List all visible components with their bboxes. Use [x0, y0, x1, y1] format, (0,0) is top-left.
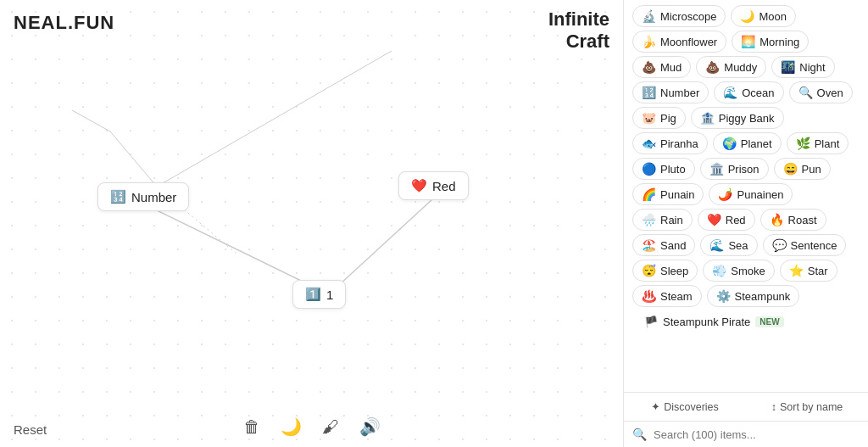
item-sea[interactable]: 🌊 Sea	[700, 234, 757, 256]
svg-line-2	[157, 51, 392, 187]
oven-emoji: 🔍	[798, 86, 813, 99]
item-sand[interactable]: 🏖️ Sand	[632, 234, 695, 256]
item-pig[interactable]: 🐷 Pig	[632, 107, 686, 129]
item-piranha[interactable]: 🐟 Piranha	[632, 132, 708, 154]
item-smoke[interactable]: 💨 Smoke	[703, 260, 774, 282]
item-steam[interactable]: ♨️ Steam	[632, 285, 702, 307]
sand-emoji: 🏖️	[642, 238, 656, 252]
items-list: 🔬 Microscope 🌙 Moon 🍌 Moonflower 🌅 Morni…	[624, 0, 868, 392]
item-ocean[interactable]: 🌊 Ocean	[714, 81, 783, 103]
reset-button[interactable]: Reset	[14, 422, 47, 437]
search-bar: 🔍	[624, 422, 868, 447]
prison-emoji: 🏛️	[709, 162, 724, 176]
new-badge: NEW	[755, 316, 783, 327]
pig-emoji: 🐷	[642, 111, 656, 125]
canvas-item-one[interactable]: 1️⃣ 1	[292, 280, 346, 309]
items-row: ♨️ Steam ⚙️ Steampunk	[632, 285, 860, 307]
items-row: 😴 Sleep 💨 Smoke ⭐ Star	[632, 260, 860, 282]
ocean-emoji: 🌊	[723, 86, 737, 99]
brush-button[interactable]: 🖌	[319, 414, 342, 440]
discoveries-tab[interactable]: ✦ Discoveries	[624, 393, 746, 421]
items-row: 🐷 Pig 🏦 Piggy Bank	[632, 107, 860, 129]
item-planet[interactable]: 🌍 Planet	[713, 132, 782, 154]
svg-line-4	[72, 110, 110, 131]
canvas-item-red[interactable]: ❤️ Red	[398, 171, 469, 200]
number-emoji: 🔢	[110, 189, 126, 204]
search-icon: 🔍	[632, 427, 647, 441]
morning-emoji: 🌅	[741, 35, 755, 48]
sound-button[interactable]: 🔊	[356, 413, 384, 440]
trash-button[interactable]: 🗑	[240, 414, 264, 440]
item-roast[interactable]: 🔥 Roast	[760, 209, 826, 231]
mud-emoji: 💩	[642, 60, 656, 74]
sort-icon: ↕	[771, 401, 776, 413]
item-number[interactable]: 🔢 Number	[632, 81, 709, 103]
item-moon[interactable]: 🌙 Moon	[731, 5, 796, 27]
items-row: 🌧️ Rain ❤️ Red 🔥 Roast	[632, 209, 860, 231]
items-row: 🐟 Piranha 🌍 Planet 🌿 Plant	[632, 132, 860, 154]
star-emoji: ⭐	[789, 264, 804, 277]
planet-emoji: 🌍	[722, 137, 737, 150]
item-steampunk[interactable]: ⚙️ Steampunk	[707, 285, 800, 307]
connection-lines	[0, 0, 623, 447]
sea-emoji: 🌊	[709, 238, 724, 252]
night-emoji: 🌃	[781, 60, 795, 74]
items-row: 🍌 Moonflower 🌅 Morning	[632, 31, 860, 53]
panel-bottom: ✦ Discoveries ↕ Sort by name 🔍	[624, 392, 868, 447]
item-star[interactable]: ⭐ Star	[780, 260, 837, 282]
sleep-emoji: 😴	[642, 264, 656, 277]
red-panel-emoji: ❤️	[707, 213, 721, 226]
item-moonflower[interactable]: 🍌 Moonflower	[632, 31, 726, 53]
pun-emoji: 😄	[783, 162, 798, 176]
item-sleep[interactable]: 😴 Sleep	[632, 260, 698, 282]
infinite-craft-title: Infinite Craft	[548, 8, 609, 53]
search-input[interactable]	[654, 428, 860, 441]
items-row: 💩 Mud 💩 Muddy 🌃 Night	[632, 56, 860, 78]
bottom-toolbar: 🗑 🌙 🖌 🔊	[240, 413, 384, 440]
items-row: 🌈 Punain 🌶️ Punainen	[632, 183, 860, 205]
one-emoji: 1️⃣	[305, 287, 321, 302]
item-punain[interactable]: 🌈 Punain	[632, 183, 704, 205]
steam-emoji: ♨️	[642, 289, 656, 303]
item-mud[interactable]: 💩 Mud	[632, 56, 691, 78]
item-oven[interactable]: 🔍 Oven	[789, 81, 853, 103]
punainen-emoji: 🌶️	[718, 187, 732, 201]
item-punainen[interactable]: 🌶️ Punainen	[709, 183, 793, 205]
items-row: 🏖️ Sand 🌊 Sea 💬 Sentence	[632, 234, 860, 256]
item-prison[interactable]: 🏛️ Prison	[700, 158, 769, 180]
moon-emoji: 🌙	[740, 9, 754, 23]
item-steampunk-pirate[interactable]: 🏴 Steampunk Pirate NEW	[636, 310, 856, 333]
logo: NEAL.FUN	[14, 12, 114, 34]
item-pun[interactable]: 😄 Pun	[774, 158, 831, 180]
item-microscope[interactable]: 🔬 Microscope	[632, 5, 726, 27]
red-emoji: ❤️	[411, 178, 427, 193]
discoveries-icon: ✦	[651, 400, 660, 413]
item-plant[interactable]: 🌿 Plant	[787, 132, 849, 154]
item-night[interactable]: 🌃 Night	[771, 56, 834, 78]
item-muddy[interactable]: 💩 Muddy	[696, 56, 766, 78]
svg-line-1	[329, 199, 432, 294]
item-sentence[interactable]: 💬 Sentence	[763, 234, 847, 256]
right-panel: 🔬 Microscope 🌙 Moon 🍌 Moonflower 🌅 Morni…	[623, 0, 868, 447]
sentence-emoji: 💬	[772, 238, 787, 252]
pluto-emoji: 🔵	[642, 162, 656, 176]
canvas[interactable]: NEAL.FUN 🔢 Number ❤️ Red 1️⃣ 1 Reset 🗑 🌙…	[0, 0, 623, 447]
moon-button[interactable]: 🌙	[277, 413, 305, 440]
steampunk-pirate-emoji: 🏴	[644, 316, 658, 328]
items-row: 🔬 Microscope 🌙 Moon	[632, 5, 860, 27]
items-row: 🔢 Number 🌊 Ocean 🔍 Oven	[632, 81, 860, 103]
microscope-emoji: 🔬	[642, 9, 656, 23]
roast-emoji: 🔥	[770, 213, 784, 226]
sort-by-name-tab[interactable]: ↕ Sort by name	[746, 393, 868, 421]
item-piggy-bank[interactable]: 🏦 Piggy Bank	[691, 107, 784, 129]
plant-emoji: 🌿	[796, 137, 810, 150]
steampunk-emoji: ⚙️	[716, 289, 731, 303]
piggy-bank-emoji: 🏦	[700, 111, 715, 125]
canvas-item-number[interactable]: 🔢 Number	[97, 182, 189, 211]
muddy-emoji: 💩	[705, 60, 720, 74]
item-pluto[interactable]: 🔵 Pluto	[632, 158, 695, 180]
item-morning[interactable]: 🌅 Morning	[732, 31, 809, 53]
piranha-emoji: 🐟	[642, 137, 656, 150]
item-rain[interactable]: 🌧️ Rain	[632, 209, 693, 231]
item-red[interactable]: ❤️ Red	[698, 209, 755, 231]
